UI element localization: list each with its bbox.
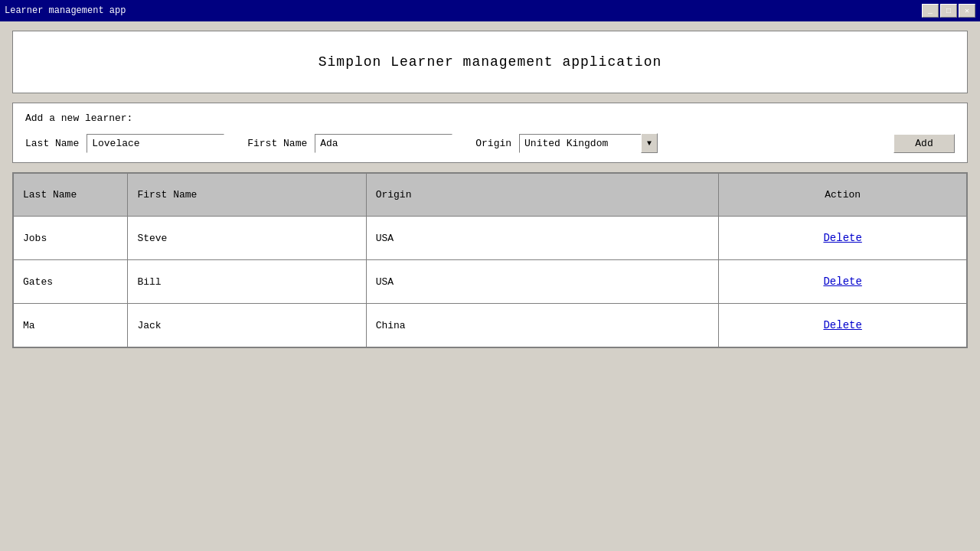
table-row: Gates Bill USA Delete	[14, 260, 967, 304]
delete-button-1[interactable]: Delete	[823, 276, 861, 288]
col-header-action: Action	[719, 174, 967, 217]
table-header-row: Last Name First Name Origin Action	[14, 174, 967, 217]
cell-action-2: Delete	[719, 304, 967, 347]
cell-origin-2: China	[366, 304, 719, 347]
cell-lastname-1: Gates	[14, 260, 128, 304]
cell-lastname-2: Ma	[14, 304, 128, 347]
app-header: Simplon Learner management application	[12, 31, 968, 93]
last-name-label: Last Name	[25, 138, 79, 149]
cell-origin-1: USA	[366, 260, 719, 304]
cell-firstname-0: Steve	[128, 217, 366, 260]
table-wrapper: Last Name First Name Origin Action Jobs …	[12, 172, 968, 348]
learner-table: Last Name First Name Origin Action Jobs …	[13, 173, 967, 347]
add-button[interactable]: Add	[893, 134, 955, 153]
form-row: Last Name First Name Origin United Kingd…	[25, 133, 955, 153]
cell-firstname-2: Jack	[128, 304, 366, 347]
window-title: Learner management app	[5, 5, 126, 16]
form-section-label: Add a new learner:	[25, 112, 955, 124]
app-window: Learner management app _ □ ✕ Simplon Lea…	[0, 0, 980, 551]
title-bar: Learner management app _ □ ✕	[0, 0, 980, 21]
minimize-button[interactable]: _	[922, 4, 939, 18]
cell-firstname-1: Bill	[128, 260, 366, 304]
delete-button-0[interactable]: Delete	[823, 232, 861, 244]
origin-select-wrapper: United Kingdom USA China France Germany …	[519, 133, 658, 153]
cell-action-0: Delete	[719, 217, 967, 260]
add-form-container: Add a new learner: Last Name First Name …	[12, 103, 968, 163]
table-row: Jobs Steve USA Delete	[14, 217, 967, 260]
table-row: Ma Jack China Delete	[14, 304, 967, 347]
app-title: Simplon Learner management application	[318, 54, 662, 70]
col-header-lastname: Last Name	[14, 174, 128, 217]
cell-lastname-0: Jobs	[14, 217, 128, 260]
delete-button-2[interactable]: Delete	[823, 319, 861, 331]
window-body: Simplon Learner management application A…	[0, 21, 980, 551]
dropdown-arrow-icon[interactable]: ▼	[641, 133, 658, 153]
col-header-origin: Origin	[366, 174, 719, 217]
origin-label: Origin	[475, 138, 511, 149]
close-button[interactable]: ✕	[959, 4, 975, 18]
origin-select[interactable]: United Kingdom USA China France Germany …	[519, 134, 642, 153]
first-name-label: First Name	[247, 138, 307, 149]
cell-origin-0: USA	[366, 217, 719, 260]
col-header-firstname: First Name	[128, 174, 366, 217]
last-name-input[interactable]	[87, 134, 224, 153]
cell-action-1: Delete	[719, 260, 967, 304]
window-controls: _ □ ✕	[922, 4, 975, 18]
maximize-button[interactable]: □	[940, 4, 957, 18]
first-name-input[interactable]	[315, 134, 452, 153]
